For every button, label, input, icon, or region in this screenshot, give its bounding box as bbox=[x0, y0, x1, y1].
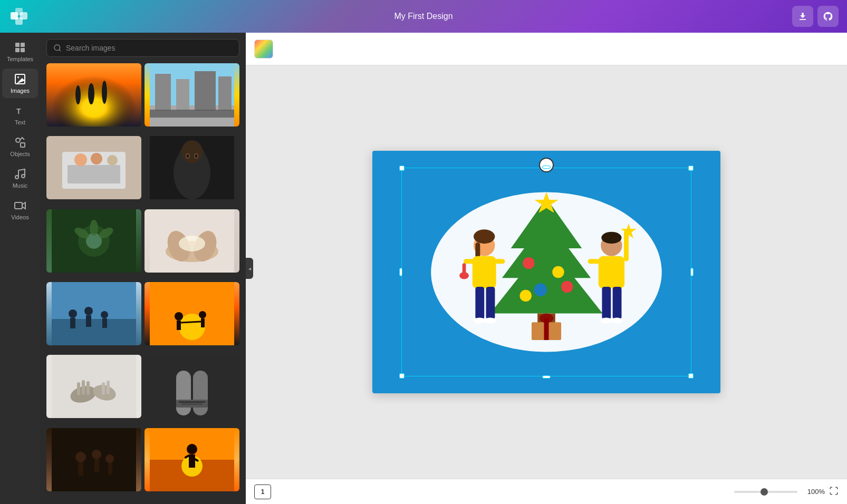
list-item[interactable] bbox=[145, 136, 239, 199]
music-icon bbox=[14, 168, 26, 180]
sidebar-item-objects[interactable]: Objects bbox=[2, 132, 38, 161]
svg-point-108 bbox=[561, 281, 573, 293]
svg-rect-77 bbox=[150, 355, 234, 418]
svg-point-104 bbox=[540, 314, 554, 323]
collapse-panel-button[interactable]: ◂ bbox=[246, 258, 253, 279]
svg-point-112 bbox=[474, 229, 495, 244]
sidebar-label-music: Music bbox=[13, 182, 28, 189]
canvas-frame[interactable] bbox=[372, 151, 720, 393]
svg-rect-89 bbox=[108, 463, 112, 474]
svg-rect-26 bbox=[195, 71, 216, 111]
image-grid bbox=[40, 63, 246, 504]
handle-top-middle[interactable] bbox=[542, 166, 551, 169]
list-item[interactable] bbox=[46, 355, 141, 418]
svg-rect-78 bbox=[176, 371, 191, 415]
svg-rect-61 bbox=[102, 318, 107, 328]
svg-point-84 bbox=[75, 452, 86, 462]
list-item[interactable] bbox=[145, 355, 239, 418]
svg-rect-79 bbox=[193, 371, 208, 415]
svg-rect-3 bbox=[15, 17, 23, 25]
sidebar-item-music[interactable]: Music bbox=[2, 163, 38, 193]
svg-rect-117 bbox=[475, 287, 484, 319]
svg-point-106 bbox=[552, 266, 564, 278]
svg-rect-12 bbox=[21, 143, 25, 147]
svg-rect-87 bbox=[94, 459, 99, 472]
page-indicator[interactable]: 1 bbox=[254, 484, 271, 499]
list-item[interactable] bbox=[46, 136, 141, 199]
bottom-bar: 1 100% bbox=[246, 479, 847, 504]
video-icon bbox=[14, 199, 26, 212]
svg-rect-4 bbox=[15, 43, 20, 47]
sidebar: Templates Images T Text Objects bbox=[0, 33, 40, 504]
svg-point-124 bbox=[601, 232, 621, 244]
search-input[interactable] bbox=[66, 44, 233, 52]
sidebar-item-templates[interactable]: Templates bbox=[2, 37, 38, 66]
zoom-slider[interactable] bbox=[734, 491, 797, 493]
image-icon bbox=[14, 73, 26, 85]
svg-rect-126 bbox=[588, 259, 600, 264]
fullscreen-button[interactable] bbox=[829, 486, 839, 498]
svg-rect-31 bbox=[68, 165, 120, 183]
svg-rect-15 bbox=[15, 202, 22, 209]
header: My First Design bbox=[0, 0, 847, 33]
canvas-illustration bbox=[399, 169, 695, 375]
color-picker-button[interactable] bbox=[254, 40, 273, 59]
canvas-workspace[interactable] bbox=[246, 65, 847, 479]
list-item[interactable] bbox=[145, 63, 239, 127]
svg-point-42 bbox=[195, 154, 197, 158]
handle-bottom-middle[interactable] bbox=[542, 375, 551, 379]
svg-point-14 bbox=[22, 175, 25, 178]
svg-rect-67 bbox=[201, 318, 205, 327]
text-icon: T bbox=[14, 104, 26, 117]
svg-rect-65 bbox=[177, 321, 181, 330]
svg-point-38 bbox=[181, 140, 203, 163]
svg-point-130 bbox=[600, 317, 612, 323]
app-logo[interactable] bbox=[8, 6, 30, 27]
svg-point-122 bbox=[459, 272, 469, 279]
svg-rect-69 bbox=[52, 355, 136, 418]
sidebar-item-text[interactable]: T Text bbox=[2, 100, 38, 130]
svg-rect-116 bbox=[494, 259, 505, 264]
header-actions bbox=[792, 6, 839, 27]
svg-point-93 bbox=[187, 444, 197, 454]
svg-rect-7 bbox=[21, 48, 25, 52]
sidebar-item-videos[interactable]: Videos bbox=[2, 195, 38, 225]
list-item[interactable] bbox=[46, 282, 141, 345]
svg-rect-73 bbox=[82, 380, 85, 395]
search-input-wrap bbox=[46, 39, 239, 57]
design-canvas bbox=[372, 151, 720, 393]
svg-rect-59 bbox=[86, 315, 91, 327]
collapse-icon: ◂ bbox=[248, 266, 251, 272]
sidebar-label-templates: Templates bbox=[7, 56, 33, 62]
svg-rect-125 bbox=[599, 256, 624, 289]
svg-point-88 bbox=[105, 454, 114, 463]
svg-point-58 bbox=[84, 307, 93, 315]
page-title: My First Design bbox=[394, 12, 453, 21]
github-button[interactable] bbox=[817, 6, 839, 27]
svg-point-11 bbox=[16, 138, 20, 142]
svg-rect-2 bbox=[15, 8, 23, 15]
zoom-level: 100% bbox=[802, 488, 825, 496]
svg-point-33 bbox=[91, 153, 102, 164]
list-item[interactable] bbox=[46, 428, 141, 491]
list-item[interactable] bbox=[46, 63, 141, 127]
svg-rect-85 bbox=[78, 462, 83, 476]
svg-point-21 bbox=[88, 83, 94, 104]
sidebar-label-videos: Videos bbox=[11, 214, 28, 220]
svg-rect-75 bbox=[102, 382, 105, 395]
svg-point-119 bbox=[474, 317, 485, 323]
download-button[interactable] bbox=[792, 6, 813, 27]
list-item[interactable] bbox=[46, 209, 141, 273]
list-item[interactable] bbox=[145, 209, 239, 273]
sidebar-item-images[interactable]: Images bbox=[2, 69, 38, 98]
svg-rect-118 bbox=[486, 287, 495, 319]
svg-point-56 bbox=[69, 309, 77, 318]
svg-point-107 bbox=[534, 283, 547, 296]
list-item[interactable] bbox=[145, 428, 239, 491]
list-item[interactable] bbox=[145, 282, 239, 345]
svg-point-105 bbox=[523, 257, 534, 269]
svg-rect-24 bbox=[155, 74, 171, 111]
svg-rect-81 bbox=[179, 401, 205, 403]
canvas-toolbar bbox=[246, 33, 847, 65]
svg-rect-82 bbox=[181, 403, 203, 405]
